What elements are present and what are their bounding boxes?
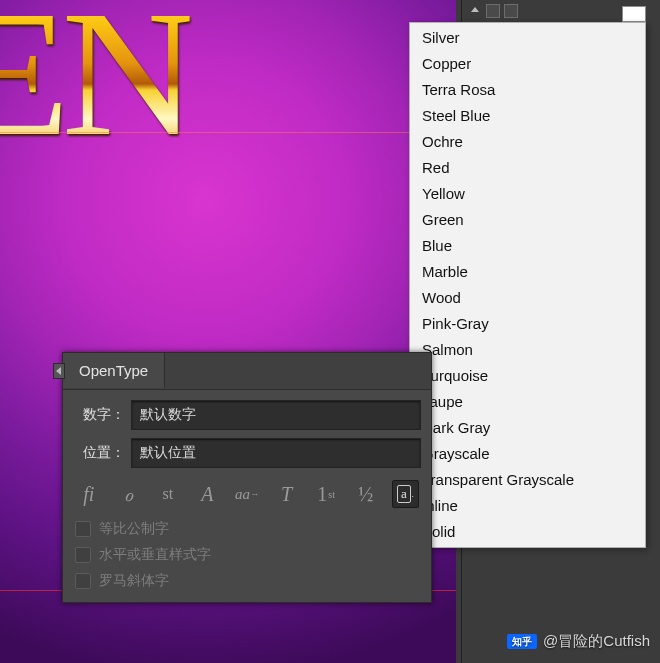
panel-collapse-icon[interactable] (471, 7, 479, 12)
checkbox-icon[interactable] (75, 547, 91, 563)
menu-item[interactable]: Taupe (410, 389, 645, 415)
panel-mini-swatch-1[interactable] (486, 4, 500, 18)
contextual-alt-icon[interactable]: aa→ (233, 480, 261, 508)
position-row: 位置： 默认位置 (73, 438, 421, 468)
menu-item[interactable]: Dark Gray (410, 415, 645, 441)
checkbox-icon[interactable] (75, 573, 91, 589)
menu-item[interactable]: Steel Blue (410, 103, 645, 129)
figure-select[interactable]: 默认数字 (131, 400, 421, 430)
watermark-text: @冒险的Cutfish (543, 632, 650, 651)
all-smallcaps-icon[interactable]: T (273, 480, 301, 508)
menu-item[interactable]: Silver (410, 25, 645, 51)
menu-item[interactable]: Ochre (410, 129, 645, 155)
ordinal-sup: st (328, 489, 335, 500)
check-label: 水平或垂直样式字 (99, 546, 211, 564)
zhihu-logo: 知乎 (507, 634, 537, 649)
menu-item[interactable]: Turquoise (410, 363, 645, 389)
menu-item[interactable]: Transparent Grayscale (410, 467, 645, 493)
color-swatch-a[interactable] (622, 6, 646, 22)
menu-item[interactable]: Copper (410, 51, 645, 77)
boxed-a-text: a (397, 485, 411, 503)
check-label: 罗马斜体字 (99, 572, 169, 590)
menu-item[interactable]: Solid (410, 519, 645, 545)
opentype-icon-row: fi ℴ st A aa→ T 1st ½ a. (73, 476, 421, 516)
panel-body: 数字： 默认数字 位置： 默认位置 fi ℴ st A aa→ T 1st ½ … (63, 390, 431, 602)
fraction-icon[interactable]: ½ (352, 480, 380, 508)
ligature-icon[interactable]: fi (75, 480, 103, 508)
titling-alt-icon[interactable]: A (194, 480, 222, 508)
contextual-alt-text: aa (235, 486, 250, 503)
artwork-text[interactable]: EN (0, 0, 190, 177)
menu-item[interactable]: Terra Rosa (410, 77, 645, 103)
position-select[interactable]: 默认位置 (131, 438, 421, 468)
effect-dropdown-menu: Silver Copper Terra Rosa Steel Blue Ochr… (409, 22, 646, 548)
opentype-panel: OpenType 数字： 默认数字 位置： 默认位置 fi ℴ st A aa→… (62, 352, 432, 603)
panel-mini-swatch-2[interactable] (504, 4, 518, 18)
ordinal-icon[interactable]: 1st (312, 480, 340, 508)
panel-collapse-button[interactable] (53, 363, 65, 379)
check-tab-lining[interactable]: 等比公制字 (73, 516, 421, 542)
figure-row: 数字： 默认数字 (73, 400, 421, 430)
check-label: 等比公制字 (99, 520, 169, 538)
position-label: 位置： (73, 444, 125, 462)
menu-item[interactable]: Red (410, 155, 645, 181)
menu-item[interactable]: Blue (410, 233, 645, 259)
menu-item[interactable]: Yellow (410, 181, 645, 207)
menu-item[interactable]: Green (410, 207, 645, 233)
checkbox-icon[interactable] (75, 521, 91, 537)
figure-label: 数字： (73, 406, 125, 424)
menu-item[interactable]: Salmon (410, 337, 645, 363)
menu-item[interactable]: Marble (410, 259, 645, 285)
watermark: 知乎 @冒险的Cutfish (507, 632, 650, 651)
menu-item[interactable]: Pink-Gray (410, 311, 645, 337)
menu-item[interactable]: Grayscale (410, 441, 645, 467)
ordinal-num: 1 (317, 483, 327, 506)
boxed-a-icon[interactable]: a. (392, 480, 420, 508)
stylistic-alt-icon[interactable]: st (154, 480, 182, 508)
check-hv-stylistic[interactable]: 水平或垂直样式字 (73, 542, 421, 568)
menu-item[interactable]: Inline (410, 493, 645, 519)
baseline-guide (0, 132, 456, 133)
swash-icon[interactable]: ℴ (115, 480, 143, 508)
menu-item[interactable]: Wood (410, 285, 645, 311)
tab-opentype[interactable]: OpenType (63, 353, 165, 388)
panel-tabbar: OpenType (63, 353, 431, 390)
check-roman-italic[interactable]: 罗马斜体字 (73, 568, 421, 594)
